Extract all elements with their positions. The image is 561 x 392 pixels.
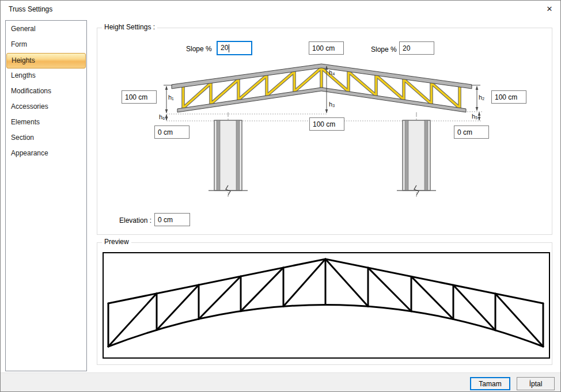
title-bar: Truss Settings ✕ <box>1 1 560 18</box>
right-height-input[interactable] <box>491 90 526 104</box>
sidebar-item-section[interactable]: Section <box>6 131 86 146</box>
preview-group: Preview <box>97 242 552 365</box>
ok-button[interactable]: Tamam <box>470 377 510 390</box>
dim-label-h1: h₁ <box>168 94 174 101</box>
preview-truss-svg <box>104 253 549 357</box>
sidebar-item-elements[interactable]: Elements <box>6 115 86 131</box>
slope-left-label: Slope % <box>186 45 212 53</box>
window-title: Truss Settings <box>9 5 52 13</box>
ridge-height-input[interactable] <box>309 41 344 55</box>
bottom-chord <box>177 87 466 112</box>
dialog-footer: Tamam İptal <box>1 372 560 392</box>
sidebar-item-form[interactable]: Form <box>6 37 86 53</box>
dim-label-h6: h₆ <box>159 113 165 120</box>
slope-left-input[interactable]: 20 <box>217 41 252 55</box>
text-caret <box>229 44 229 52</box>
slope-right-input[interactable] <box>399 41 434 55</box>
dim-label-h5: h₅ <box>472 113 478 120</box>
left-offset-input[interactable] <box>154 125 189 139</box>
truss-settings-dialog: Truss Settings ✕ General Form Heights Le… <box>0 0 561 392</box>
dim-label-h4: h₄ <box>329 69 335 76</box>
height-settings-group-label: Height Settings : <box>102 23 157 31</box>
left-column <box>209 112 248 197</box>
sidebar-item-general[interactable]: General <box>6 22 86 37</box>
sidebar-item-appearance[interactable]: Appearance <box>6 146 86 162</box>
left-height-input[interactable] <box>122 90 157 104</box>
mid-height-input[interactable] <box>309 117 344 131</box>
sidebar-item-lengths[interactable]: Lengths <box>6 68 86 84</box>
cancel-button[interactable]: İptal <box>517 377 555 390</box>
dim-label-h3: h₃ <box>329 101 335 108</box>
elevation-input[interactable] <box>154 213 190 226</box>
preview-group-label: Preview <box>102 238 131 246</box>
elevation-label: Elevation : <box>119 216 151 224</box>
right-column <box>397 112 436 197</box>
sidebar-item-heights[interactable]: Heights <box>6 53 86 68</box>
sidebar-item-accessories[interactable]: Accessories <box>6 100 86 115</box>
slope-right-label: Slope % <box>371 45 397 54</box>
dim-label-h2: h₂ <box>479 94 484 101</box>
sidebar-item-modifications[interactable]: Modifications <box>6 84 86 100</box>
close-icon[interactable]: ✕ <box>543 3 556 15</box>
right-offset-input[interactable] <box>454 125 489 139</box>
category-list: General Form Heights Lengths Modificatio… <box>5 20 87 371</box>
preview-canvas <box>103 252 550 359</box>
